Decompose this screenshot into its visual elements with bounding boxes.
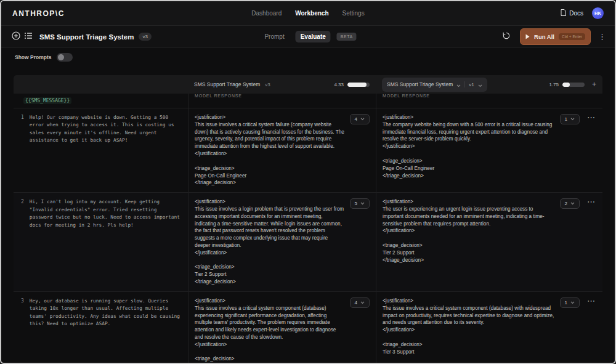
right-score: 1.75 — [549, 82, 585, 87]
score-value: 4 — [355, 300, 357, 305]
header-right-prompt: SMS Support Triage System v1 1.75 + — [376, 75, 602, 94]
chevron-down-icon — [360, 201, 365, 206]
input-message[interactable]: Hi, I can't log into my account. Keep ge… — [30, 198, 182, 286]
input-cell: 2 Hi, I can't log into my account. Keep … — [14, 193, 188, 291]
table-row: 3 Hey, our database is running super slo… — [14, 292, 602, 364]
play-icon — [525, 32, 530, 41]
history-button[interactable] — [500, 30, 513, 44]
toolbar-right: Run All Ctrl + Enter ⋮ — [500, 28, 606, 45]
new-prompt-button[interactable] — [10, 30, 22, 44]
prompt-list-button[interactable] — [22, 30, 34, 43]
nav-tab-workbench[interactable]: Workbench — [295, 10, 328, 17]
nav-right: Docs HK — [561, 7, 604, 19]
chevron-down-icon — [360, 300, 365, 305]
version-badge[interactable]: v3 — [139, 33, 151, 41]
score-value: 1 — [565, 300, 567, 305]
run-shortcut-badge: Ctrl + Enter — [559, 33, 585, 40]
mode-tabs: Prompt Evaluate BETA — [259, 31, 356, 42]
model-response-header-right: MODEL RESPONSE — [376, 94, 602, 108]
row-menu-button[interactable]: ⋯ — [586, 297, 596, 305]
workbench-toolbar: SMS Support Triage System v3 Prompt Eval… — [1, 26, 615, 48]
model-response-right[interactable]: <justification> The company website bein… — [383, 114, 555, 179]
row-index: 1 — [21, 114, 24, 187]
score-dropdown[interactable]: 4 — [350, 297, 370, 308]
list-icon — [24, 32, 33, 41]
input-message[interactable]: Hey, our database is running super slow.… — [30, 297, 182, 363]
column-subheaders: {{SMS_MESSAGE}} MODEL RESPONSE MODEL RES… — [14, 94, 602, 108]
model-response-left[interactable]: <justification> This issue involves a cr… — [195, 297, 345, 363]
row-menu-button[interactable]: ⋯ — [586, 198, 596, 206]
score-value: 4 — [355, 116, 357, 122]
right-score-bar-fill — [562, 83, 570, 87]
score-dropdown[interactable]: 5 — [350, 198, 370, 209]
show-prompts-toggle[interactable] — [57, 53, 73, 62]
left-prompt-version[interactable]: v3 — [265, 82, 270, 87]
left-response-cell: <justification> This issue involves a cr… — [188, 292, 376, 364]
right-prompt-dropdown[interactable]: SMS Support Triage System v1 — [382, 78, 487, 92]
chevron-down-icon — [570, 201, 575, 206]
history-icon — [502, 31, 511, 42]
chevron-down-icon — [456, 80, 461, 89]
header-left-prompt: SMS Support Triage System v3 4.33 — [188, 75, 376, 94]
comparison-header: SMS Support Triage System v3 4.33 SMS Su… — [14, 75, 602, 94]
right-prompt-name: SMS Support Triage System — [387, 81, 453, 87]
app-window: ANTHROP\C Dashboard Workbench Settings D… — [0, 0, 616, 364]
evaluation-table: SMS Support Triage System v3 4.33 SMS Su… — [14, 75, 602, 364]
input-message[interactable]: Help! Our company website is down. Getti… — [30, 114, 182, 187]
right-response-cell: <justification> The issue involves a cri… — [376, 292, 602, 364]
show-prompts-row: Show Prompts — [1, 48, 615, 67]
left-score-bar — [347, 83, 370, 87]
toggle-knob — [58, 54, 64, 60]
score-value: 2 — [565, 201, 567, 206]
row-index: 3 — [21, 297, 24, 363]
nav-tabs: Dashboard Workbench Settings — [251, 10, 364, 17]
top-nav: ANTHROP\C Dashboard Workbench Settings D… — [1, 1, 615, 26]
avatar[interactable]: HK — [592, 7, 604, 19]
input-variable-token: {{SMS_MESSAGE}} — [23, 97, 71, 104]
nav-tab-dashboard[interactable]: Dashboard — [251, 10, 282, 17]
left-response-cell: <justification> This issue involves a lo… — [188, 193, 376, 291]
model-response-right[interactable]: <justification> The user is experiencing… — [383, 198, 555, 264]
chevron-down-icon — [570, 116, 575, 122]
document-icon — [561, 9, 566, 17]
docs-label: Docs — [569, 10, 583, 17]
overflow-menu-button[interactable]: ⋮ — [598, 33, 606, 41]
score-dropdown[interactable]: 1 — [560, 297, 580, 308]
header-input-cell — [14, 75, 188, 94]
left-response-cell: <justification> This issue involves a cr… — [188, 108, 376, 192]
right-prompt-version: v1 — [469, 82, 474, 87]
model-response-right[interactable]: <justification> The issue involves a cri… — [383, 297, 555, 356]
left-score-value: 4.33 — [334, 82, 344, 87]
tab-evaluate[interactable]: Evaluate — [296, 31, 331, 42]
score-value: 5 — [355, 201, 357, 206]
right-response-cell: <justification> The user is experiencing… — [376, 193, 602, 291]
docs-button[interactable]: Docs — [561, 9, 583, 17]
circle-plus-icon — [12, 31, 20, 42]
score-dropdown[interactable]: 4 — [350, 114, 370, 124]
input-cell: 1 Help! Our company website is down. Get… — [14, 108, 188, 192]
nav-tab-settings[interactable]: Settings — [342, 10, 365, 17]
score-dropdown[interactable]: 1 — [560, 114, 580, 124]
right-score-value: 1.75 — [549, 82, 559, 87]
table-row: 1 Help! Our company website is down. Get… — [14, 108, 602, 193]
run-all-button[interactable]: Run All Ctrl + Enter — [520, 28, 591, 45]
left-score-bar-fill — [347, 83, 367, 87]
model-response-left[interactable]: <justification> This issue involves a cr… — [195, 114, 345, 187]
tab-prompt[interactable]: Prompt — [259, 31, 289, 42]
show-prompts-label: Show Prompts — [15, 54, 52, 60]
table-row: 2 Hi, I can't log into my account. Keep … — [14, 193, 602, 292]
chevron-down-icon — [570, 300, 575, 305]
row-menu-button[interactable]: ⋯ — [586, 114, 596, 121]
score-dropdown[interactable]: 2 — [560, 198, 580, 209]
model-response-header-left: MODEL RESPONSE — [188, 94, 376, 108]
left-prompt-name[interactable]: SMS Support Triage System — [194, 81, 260, 87]
beta-badge: BETA — [337, 33, 357, 41]
add-comparison-column-button[interactable]: + — [592, 81, 596, 88]
model-response-left[interactable]: <justification> This issue involves a lo… — [195, 198, 345, 286]
input-cell: 3 Hey, our database is running super slo… — [14, 292, 188, 364]
right-response-cell: <justification> The company website bein… — [376, 108, 602, 192]
row-index: 2 — [21, 198, 24, 286]
chevron-down-icon — [478, 80, 482, 89]
dropdown-divider — [464, 81, 465, 87]
run-all-label: Run All — [534, 33, 554, 40]
